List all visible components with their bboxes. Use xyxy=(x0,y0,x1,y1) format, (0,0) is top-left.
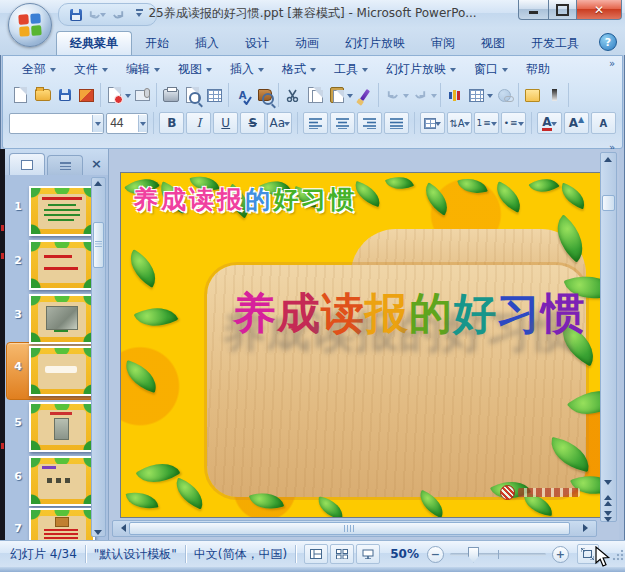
close-view-button[interactable] xyxy=(204,85,225,106)
redo-button[interactable] xyxy=(109,6,127,23)
redo-toolbar-button[interactable] xyxy=(410,85,431,106)
print-button[interactable] xyxy=(160,85,181,106)
save-button-2[interactable] xyxy=(54,85,75,106)
scroll-left-icon[interactable] xyxy=(117,524,126,532)
office-button[interactable] xyxy=(8,3,52,47)
scroll-down-icon[interactable] xyxy=(604,480,612,485)
outline-tab[interactable] xyxy=(47,155,83,175)
zoom-in-button[interactable]: + xyxy=(552,546,569,563)
shrink-font-button[interactable]: A xyxy=(591,112,616,134)
grow-font-button[interactable]: A▲ xyxy=(564,112,589,134)
align-right-button[interactable] xyxy=(357,112,382,134)
slide-thumbnail-3[interactable]: 3 xyxy=(7,294,99,344)
format-painter-button[interactable] xyxy=(354,85,375,106)
permission-button[interactable] xyxy=(104,85,125,106)
copy-button[interactable] xyxy=(304,85,325,106)
tab-developer[interactable]: 开发工具 xyxy=(518,32,592,55)
partial-icon-button[interactable] xyxy=(544,85,565,106)
zoom-level[interactable]: 50% xyxy=(390,547,419,561)
mail-attach-button[interactable] xyxy=(132,85,153,106)
save-as-picture-button[interactable] xyxy=(76,85,97,106)
slide-thumbnail-6[interactable]: 6 xyxy=(7,456,99,506)
thumbnail-image[interactable] xyxy=(29,456,95,506)
slide-thumbnail-2[interactable]: 2 xyxy=(7,240,99,290)
menu-insert[interactable]: 插入 xyxy=(221,59,273,80)
slideshow-button[interactable] xyxy=(356,544,380,564)
thumbnail-image[interactable] xyxy=(29,346,95,396)
tab-slideshow[interactable]: 幻灯片放映 xyxy=(332,32,418,55)
panel-scroll-thumb[interactable] xyxy=(93,222,104,268)
slide-thumbnail-5[interactable]: 5 xyxy=(7,402,99,452)
horizontal-scroll-thumb[interactable] xyxy=(129,522,570,535)
tab-home[interactable]: 开始 xyxy=(132,32,182,55)
insert-chart-button[interactable] xyxy=(444,85,465,106)
tab-animations[interactable]: 动画 xyxy=(282,32,332,55)
print-preview-button[interactable] xyxy=(182,85,203,106)
undo-button[interactable] xyxy=(88,6,106,23)
zoom-slider-thumb[interactable] xyxy=(468,547,479,563)
font-size-combo[interactable] xyxy=(106,113,148,134)
menu-file[interactable]: 文件 xyxy=(65,59,117,80)
tab-review[interactable]: 审阅 xyxy=(418,32,468,55)
open-button[interactable] xyxy=(32,85,53,106)
thumbnail-image[interactable] xyxy=(29,294,95,344)
slide-sorter-button[interactable] xyxy=(330,544,354,564)
spell-check-button[interactable]: A xyxy=(232,85,253,106)
font-color-button[interactable]: A xyxy=(537,112,562,134)
strikethrough-button[interactable]: S xyxy=(240,112,265,134)
scroll-right-icon[interactable] xyxy=(583,524,592,532)
line-spacing-button[interactable]: ⇅A xyxy=(447,112,472,134)
scroll-down-icon[interactable] xyxy=(94,530,102,535)
language-indicator[interactable]: 中文(简体，中国) xyxy=(194,546,287,563)
thumbnail-image[interactable] xyxy=(29,402,95,452)
justify-button[interactable] xyxy=(384,112,409,134)
zoom-out-button[interactable]: − xyxy=(427,546,444,563)
save-button[interactable] xyxy=(67,6,85,23)
thumbnail-image[interactable] xyxy=(29,240,95,290)
insert-table-button[interactable] xyxy=(466,85,487,106)
close-panel-button[interactable]: × xyxy=(91,156,102,171)
previous-slide-button[interactable] xyxy=(603,495,613,503)
slides-tab[interactable] xyxy=(9,153,45,175)
undo-toolbar-button[interactable] xyxy=(382,85,403,106)
change-case-button[interactable]: Aa xyxy=(267,112,292,134)
menu-help[interactable]: 帮助 xyxy=(517,59,559,80)
bullet-list-button[interactable]: •≡ xyxy=(501,112,526,134)
menu-slideshow[interactable]: 幻灯片放映 xyxy=(377,59,465,80)
tab-design[interactable]: 设计 xyxy=(232,32,282,55)
resize-grip[interactable] xyxy=(612,549,624,561)
font-name-input[interactable] xyxy=(10,116,92,131)
zoom-slider[interactable] xyxy=(450,553,546,556)
new-slide-button[interactable] xyxy=(522,85,543,106)
numbered-list-button[interactable]: 1≡ xyxy=(474,112,499,134)
panel-scrollbar[interactable] xyxy=(91,177,106,537)
paste-button[interactable] xyxy=(326,85,347,106)
underline-button[interactable]: U xyxy=(213,112,238,134)
tab-classic-menu[interactable]: 经典菜单 xyxy=(56,31,132,55)
menu-tools[interactable]: 工具 xyxy=(325,59,377,80)
menu-edit[interactable]: 编辑 xyxy=(117,59,169,80)
font-name-combo[interactable] xyxy=(9,113,104,134)
slide-main-title[interactable]: 养成读报的好习惯 xyxy=(233,285,585,343)
normal-view-button[interactable] xyxy=(304,544,328,564)
thumbnail-image[interactable] xyxy=(29,186,95,236)
align-left-button[interactable] xyxy=(303,112,328,134)
next-slide-button[interactable] xyxy=(603,511,613,519)
close-button[interactable]: ✕ xyxy=(577,0,622,20)
align-center-button[interactable] xyxy=(330,112,355,134)
menu-view[interactable]: 视图 xyxy=(169,59,221,80)
font-size-input[interactable] xyxy=(107,116,138,131)
minimize-button[interactable] xyxy=(518,0,549,20)
bold-button[interactable]: B xyxy=(159,112,184,134)
menu-window[interactable]: 窗口 xyxy=(465,59,517,80)
research-button[interactable] xyxy=(254,85,275,106)
help-button[interactable]: ? xyxy=(599,33,617,51)
scroll-up-icon[interactable] xyxy=(604,157,612,162)
slide-thumbnail-1[interactable]: 1 xyxy=(7,186,99,236)
menu-all[interactable]: 全部 xyxy=(13,59,65,80)
tab-view[interactable]: 视图 xyxy=(468,32,518,55)
formatting-overflow-icon[interactable]: » xyxy=(609,58,619,69)
vertical-scroll-thumb[interactable] xyxy=(602,195,615,211)
slide-canvas[interactable]: 养成读报的好习惯 养成读报的好习惯 xyxy=(120,172,601,518)
font-name-dropdown[interactable] xyxy=(92,115,104,132)
